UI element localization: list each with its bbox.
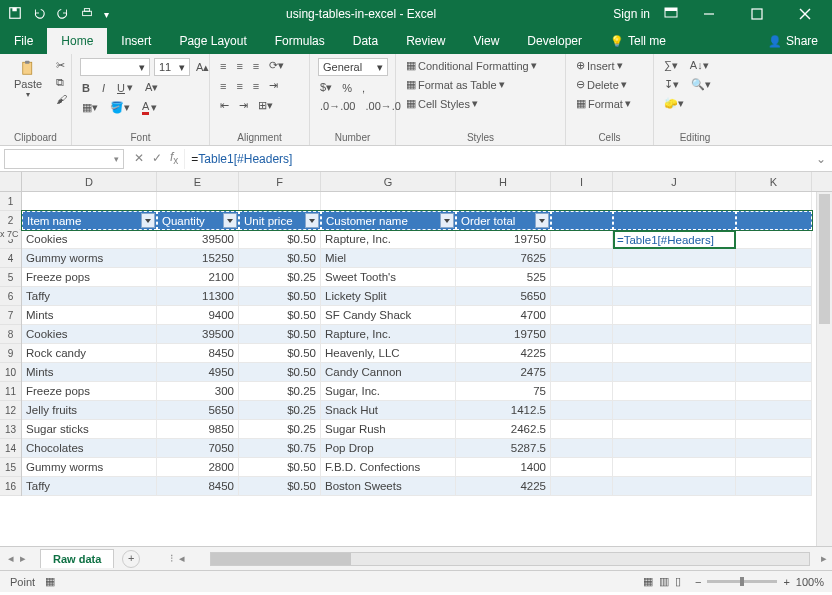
cell-item[interactable]: Gummy worms — [22, 249, 157, 268]
table-header[interactable]: Customer name — [321, 211, 456, 230]
row-header[interactable]: 7 — [0, 306, 21, 325]
name-box[interactable]: ▾ — [4, 149, 124, 169]
cell-qty[interactable]: 39500 — [157, 230, 239, 249]
cell-item[interactable]: Taffy — [22, 287, 157, 306]
tab-home[interactable]: Home — [47, 28, 107, 54]
cell[interactable] — [736, 249, 812, 268]
cell-customer[interactable]: Pop Drop — [321, 439, 456, 458]
cell[interactable] — [613, 268, 736, 287]
col-I[interactable]: I — [551, 172, 613, 191]
cell-price[interactable]: $0.50 — [239, 363, 321, 382]
cell[interactable] — [736, 420, 812, 439]
sheet-nav-prev-icon[interactable]: ◂ — [8, 552, 14, 565]
percent-icon[interactable]: % — [340, 80, 354, 95]
redo-icon[interactable] — [56, 6, 70, 23]
row-header[interactable]: 8 — [0, 325, 21, 344]
currency-icon[interactable]: $▾ — [318, 80, 334, 95]
table-header[interactable]: Order total — [456, 211, 551, 230]
increase-decimal-icon[interactable]: .0→.00 — [318, 99, 357, 113]
cell[interactable] — [551, 458, 613, 477]
tab-formulas[interactable]: Formulas — [261, 28, 339, 54]
cell-qty[interactable]: 2800 — [157, 458, 239, 477]
table-header[interactable]: Unit price — [239, 211, 321, 230]
vertical-scrollbar[interactable] — [816, 192, 832, 546]
format-cells-button[interactable]: ▦ Format ▾ — [574, 96, 633, 111]
row-header[interactable]: 5 — [0, 268, 21, 287]
cell-item[interactable]: Taffy — [22, 477, 157, 496]
wrap-text-icon[interactable]: ⇥ — [267, 78, 280, 93]
cell[interactable] — [736, 211, 812, 230]
cell[interactable] — [736, 363, 812, 382]
bold-button[interactable]: B — [80, 80, 92, 95]
cell[interactable] — [736, 306, 812, 325]
tab-review[interactable]: Review — [392, 28, 459, 54]
cell-price[interactable]: $0.50 — [239, 287, 321, 306]
increase-font-icon[interactable]: A▴ — [194, 58, 211, 76]
active-cell[interactable]: =Table1[#Headers] — [613, 230, 736, 249]
italic-button[interactable]: I — [100, 80, 107, 95]
normal-view-icon[interactable]: ▦ — [643, 575, 653, 588]
maximize-button[interactable] — [740, 0, 774, 28]
cell-qty[interactable]: 7050 — [157, 439, 239, 458]
cell[interactable] — [736, 439, 812, 458]
cell[interactable] — [239, 192, 321, 211]
cell[interactable] — [551, 344, 613, 363]
cell-price[interactable]: $0.50 — [239, 344, 321, 363]
cell-item[interactable]: Chocolates — [22, 439, 157, 458]
tab-developer[interactable]: Developer — [513, 28, 596, 54]
cell[interactable] — [551, 287, 613, 306]
col-K[interactable]: K — [736, 172, 812, 191]
add-sheet-button[interactable]: + — [122, 550, 140, 568]
number-format-dropdown[interactable]: General▾ — [318, 58, 388, 76]
comma-icon[interactable]: , — [360, 80, 367, 95]
cell-customer[interactable]: Sugar, Inc. — [321, 382, 456, 401]
cell-qty[interactable]: 9850 — [157, 420, 239, 439]
cell-total[interactable]: 1400 — [456, 458, 551, 477]
delete-cells-button[interactable]: ⊖ Delete ▾ — [574, 77, 629, 92]
cell-price[interactable]: $0.50 — [239, 325, 321, 344]
col-J[interactable]: J — [613, 172, 736, 191]
cell-total[interactable]: 5287.5 — [456, 439, 551, 458]
row-header[interactable]: 2 — [0, 211, 21, 230]
cell-qty[interactable]: 5650 — [157, 401, 239, 420]
cell-item[interactable]: Sugar sticks — [22, 420, 157, 439]
cell[interactable] — [613, 192, 736, 211]
tab-view[interactable]: View — [460, 28, 514, 54]
page-layout-view-icon[interactable]: ▥ — [659, 575, 669, 588]
sheet-nav-next-icon[interactable]: ▸ — [20, 552, 26, 565]
cell[interactable] — [551, 230, 613, 249]
filter-dropdown-icon[interactable] — [223, 213, 237, 228]
cell[interactable] — [613, 211, 736, 230]
minimize-button[interactable] — [692, 0, 726, 28]
cell-item[interactable]: Cookies — [22, 230, 157, 249]
cell-price[interactable]: $0.50 — [239, 230, 321, 249]
cell[interactable] — [551, 211, 613, 230]
cell-item[interactable]: Freeze pops — [22, 268, 157, 287]
row-header[interactable]: 11 — [0, 382, 21, 401]
cell[interactable] — [613, 287, 736, 306]
cell-qty[interactable]: 8450 — [157, 477, 239, 496]
cell[interactable] — [321, 192, 456, 211]
cell-item[interactable]: Freeze pops — [22, 382, 157, 401]
cell-qty[interactable]: 9400 — [157, 306, 239, 325]
cell-item[interactable]: Cookies — [22, 325, 157, 344]
signin-link[interactable]: Sign in — [613, 7, 650, 21]
cell-styles-button[interactable]: ▦ Cell Styles ▾ — [404, 96, 480, 111]
formula-input[interactable]: =Table1[#Headers] — [184, 149, 810, 169]
cell[interactable] — [613, 344, 736, 363]
cell-total[interactable]: 7625 — [456, 249, 551, 268]
cell-qty[interactable]: 300 — [157, 382, 239, 401]
sheet-tab-raw-data[interactable]: Raw data — [40, 549, 114, 568]
align-top-icon[interactable]: ≡ — [218, 58, 228, 73]
cell[interactable] — [736, 192, 812, 211]
clear-icon[interactable]: 🧽▾ — [662, 96, 686, 111]
format-as-table-button[interactable]: ▦ Format as Table ▾ — [404, 77, 507, 92]
cell-customer[interactable]: Rapture, Inc. — [321, 230, 456, 249]
col-H[interactable]: H — [456, 172, 551, 191]
zoom-out-icon[interactable]: − — [695, 576, 701, 588]
tab-data[interactable]: Data — [339, 28, 392, 54]
save-icon[interactable] — [8, 6, 22, 23]
table-header[interactable]: Quantity — [157, 211, 239, 230]
quick-print-icon[interactable] — [80, 6, 94, 23]
tell-me[interactable]: Tell me — [596, 28, 680, 54]
